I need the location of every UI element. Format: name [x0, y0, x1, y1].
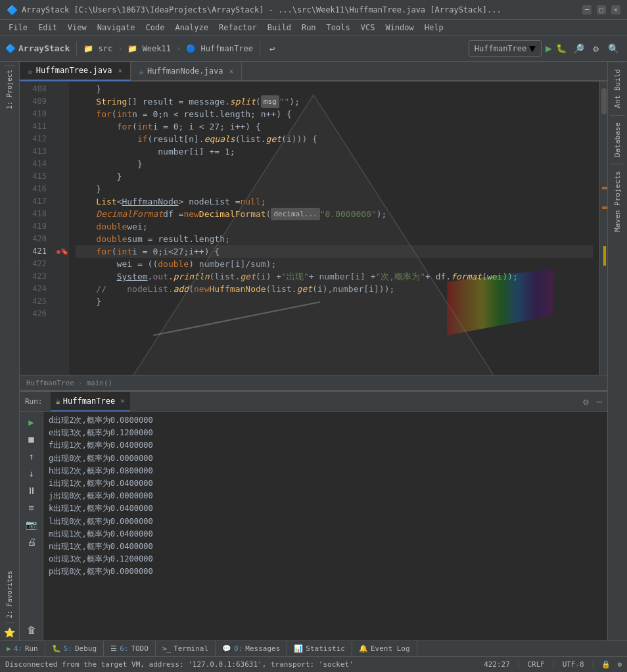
structure-icon[interactable]: ⭐: [1, 625, 18, 640]
menu-item-refactor[interactable]: Refactor: [214, 20, 262, 36]
bc-method[interactable]: main(): [86, 379, 112, 387]
tab-close-1[interactable]: ✕: [118, 66, 122, 75]
debug-icon: 🐛: [52, 644, 61, 653]
line-numbers: 408 409 410 411 412 413 414 415 416 417 …: [20, 82, 56, 375]
debug-button[interactable]: 🐛: [556, 43, 567, 53]
status-sep-1: |: [517, 660, 521, 669]
run-filter-btn[interactable]: ≡: [24, 500, 39, 516]
search-icon[interactable]: 🔍: [605, 42, 622, 55]
close-button[interactable]: ✕: [611, 5, 620, 14]
panel-minimize-icon[interactable]: ─: [597, 396, 602, 407]
run-config-selector[interactable]: HuffmanTree ▼: [469, 40, 542, 57]
settings-icon[interactable]: ⚙: [617, 660, 622, 669]
tab-huffmantree[interactable]: ☕ HuffmanTree.java ✕: [20, 62, 131, 81]
menu-item-window[interactable]: Window: [380, 20, 419, 36]
bc-class[interactable]: HuffmanTree: [26, 379, 74, 387]
run-pause-btn[interactable]: ⏸: [24, 483, 39, 498]
menu-item-help[interactable]: Help: [419, 20, 449, 36]
gutter-417: [56, 195, 69, 208]
menu-item-view[interactable]: View: [62, 20, 92, 36]
debug-tab-bottom[interactable]: 🐛 5: Debug: [45, 641, 104, 657]
output-line-1: e出现3次,概率为0.1200000: [49, 427, 602, 439]
bottom-tool-tabs: ▶ 4: Run 🐛 5: Debug ☰ 6: TODO >_ Termina…: [0, 640, 627, 656]
menu-item-file[interactable]: File: [3, 20, 33, 36]
project-name: ArrayStack: [18, 43, 70, 53]
maximize-button[interactable]: □: [597, 5, 606, 14]
favorites-panel-label[interactable]: 2: Favorites: [5, 567, 14, 623]
code-content[interactable]: } String[] result = message.split(msg ""…: [69, 82, 599, 375]
run-huffmantree-tab[interactable]: ☕ HuffmanTree ✕: [51, 392, 130, 412]
run-tab-bottom[interactable]: ▶ 4: Run: [0, 641, 45, 657]
project-panel-label[interactable]: 1: Project: [5, 65, 14, 113]
run-down-btn[interactable]: ↓: [24, 466, 39, 481]
gutter-425: [56, 295, 69, 308]
debug-tab-num: 5:: [64, 644, 72, 653]
gutter-421[interactable]: ● 🔖: [56, 245, 69, 258]
breadcrumb-src[interactable]: 📁 src: [83, 44, 112, 53]
run-play-btn[interactable]: ▶: [24, 414, 39, 430]
breadcrumb-huffmantree[interactable]: 🔵 HuffmanTree: [186, 44, 253, 53]
menu-item-analyze[interactable]: Analyze: [170, 20, 214, 36]
run-stop-btn[interactable]: ■: [24, 431, 39, 447]
maven-tab[interactable]: Maven Projects: [610, 164, 625, 239]
tab-huffmannode[interactable]: ☕ HuffmanNode.java ✕: [131, 62, 242, 81]
minimize-button[interactable]: ─: [582, 5, 592, 14]
bookmark-icon: 🔖: [60, 248, 68, 255]
todo-tab-bottom[interactable]: ☰ 6: TODO: [104, 641, 156, 657]
left-sidebar: 1: Project 2: Favorites ⭐: [0, 62, 20, 640]
menu-item-code[interactable]: Code: [141, 20, 170, 36]
project-icon: 🔷: [5, 43, 16, 53]
code-line-408: }: [76, 83, 593, 95]
editor-area: 408 409 410 411 412 413 414 415 416 417 …: [20, 82, 607, 375]
project-label[interactable]: 🔷 ArrayStack: [5, 43, 70, 53]
status-left: Disconnected from the target VM, address…: [5, 660, 354, 669]
run-trash-btn[interactable]: 🗑: [24, 622, 39, 638]
line-410: 410: [20, 108, 52, 120]
gutter-420: [56, 233, 69, 245]
run-up-btn[interactable]: ↑: [24, 448, 39, 464]
run-tab-label: HuffmanTree: [63, 396, 115, 406]
bc-sep: ›: [78, 379, 83, 387]
back-icon[interactable]: ↩: [267, 42, 277, 55]
menu-item-edit[interactable]: Edit: [33, 20, 62, 36]
scroll-thumb[interactable]: [601, 88, 607, 114]
event-log-tab-bottom[interactable]: 🔔 Event Log: [352, 641, 417, 657]
panel-settings-icon[interactable]: ⚙: [583, 396, 588, 407]
run-tab-close[interactable]: ✕: [120, 396, 125, 405]
menu-item-navigate[interactable]: Navigate: [92, 20, 141, 36]
cursor-position[interactable]: 422:27: [484, 660, 510, 669]
dropdown-icon: ▼: [529, 42, 536, 55]
output-line-2: f出现1次,概率为0.0400000: [49, 439, 602, 452]
terminal-tab-bottom[interactable]: >_ Terminal: [156, 641, 216, 657]
line-ending[interactable]: CRLF: [528, 660, 546, 669]
gutter-411: [56, 120, 69, 133]
menu-item-run[interactable]: Run: [296, 20, 321, 36]
code-line-410: for (int n = 0;n < result.length; n++) {: [76, 108, 593, 120]
menu-item-vcs[interactable]: VCS: [356, 20, 381, 36]
profile-icon[interactable]: ⚙: [591, 42, 601, 55]
encoding[interactable]: UTF-8: [563, 660, 584, 669]
run-print-btn[interactable]: 🖨: [24, 534, 39, 550]
menu-item-tools[interactable]: Tools: [321, 20, 356, 36]
statistic-tab-bottom[interactable]: 📊 Statistic: [287, 641, 352, 657]
lock-icon[interactable]: 🔒: [601, 660, 611, 669]
gutter-414: [56, 158, 69, 170]
ant-build-tab[interactable]: Ant Build: [610, 62, 625, 115]
status-sep-3: |: [591, 660, 595, 669]
run-button[interactable]: ▶: [546, 42, 552, 55]
messages-tab-bottom[interactable]: 💬 0: Messages: [216, 641, 287, 657]
code-line-425: }: [76, 295, 593, 308]
line-418: 418: [20, 208, 52, 220]
run-output[interactable]: d出现2次,概率为0.0800000 e出现3次,概率为0.1200000 f出…: [43, 412, 607, 640]
code-line-416: }: [76, 183, 593, 195]
coverage-icon[interactable]: 🔎: [570, 42, 587, 55]
menu-item-build[interactable]: Build: [262, 20, 296, 36]
tab-close-2[interactable]: ✕: [229, 67, 233, 76]
database-tab[interactable]: Database: [610, 115, 625, 164]
gutter-422: [56, 258, 69, 270]
breadcrumb-week11[interactable]: 📁 Week11: [128, 44, 171, 53]
editor-scrollbar[interactable]: [599, 82, 607, 375]
line-413: 413: [20, 145, 52, 158]
code-line-414: }: [76, 158, 593, 170]
run-camera-btn[interactable]: 📷: [24, 517, 39, 533]
